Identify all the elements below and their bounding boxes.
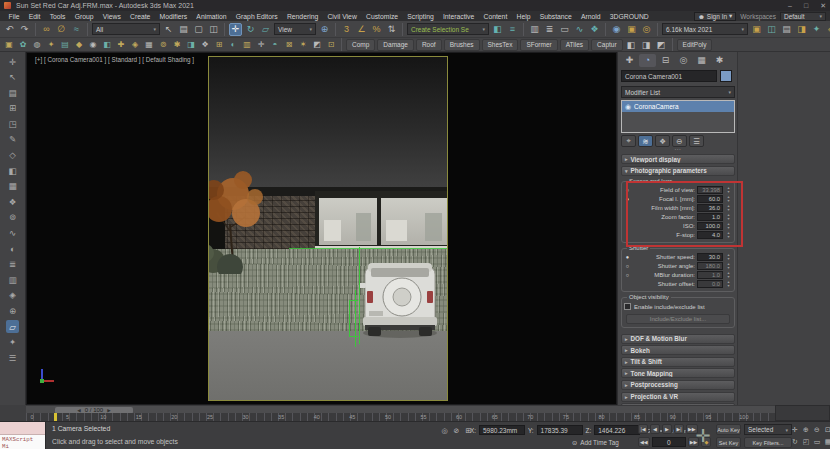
render-preset-dropdown[interactable]: 6.16k Max 2021 ▾ bbox=[662, 23, 748, 35]
rollout-photographic-parameters[interactable]: Photographic parameters bbox=[621, 166, 735, 176]
rollout-header[interactable]: DOF & Motion Blur bbox=[621, 334, 735, 344]
menu-item[interactable]: Graph Editors bbox=[231, 13, 282, 20]
editpoly-button[interactable]: EditPoly bbox=[677, 39, 713, 51]
left-toolbar-icon[interactable]: ◈ bbox=[6, 289, 19, 302]
key-mode-dropdown[interactable]: Selected ▾ bbox=[744, 424, 792, 435]
radio-off-icon[interactable]: ○ bbox=[624, 272, 631, 278]
menu-item[interactable]: Tools bbox=[45, 13, 70, 20]
make-unique-icon[interactable]: ❖ bbox=[655, 135, 670, 147]
selection-filter-dropdown[interactable]: All ▾ bbox=[92, 23, 160, 35]
spinner-snap-icon[interactable]: ⇅ bbox=[385, 23, 398, 36]
zoom-extents-icon[interactable]: ⊡ bbox=[823, 424, 830, 435]
car-model[interactable] bbox=[355, 253, 445, 339]
plugin-icon[interactable]: ✦ bbox=[45, 39, 57, 51]
film-width-value[interactable]: 36.0 bbox=[697, 204, 723, 212]
spinner[interactable] bbox=[725, 186, 732, 194]
plugin-icon[interactable]: ⊡ bbox=[325, 39, 337, 51]
menu-item[interactable]: Edit bbox=[24, 13, 45, 20]
stack-item-selected[interactable]: ◉ CoronaCamera bbox=[622, 101, 734, 112]
object-name-field[interactable]: Corona Camera001 bbox=[621, 70, 717, 82]
sign-in-button[interactable]: ☻ Sign In ▾ bbox=[694, 12, 736, 21]
focal-value[interactable]: 60.0 bbox=[697, 195, 723, 203]
menu-item[interactable]: Create bbox=[125, 13, 155, 20]
spinner[interactable] bbox=[725, 253, 732, 261]
shutter-offset-value[interactable]: 0.0 bbox=[697, 280, 723, 288]
left-toolbar-icon[interactable]: ▦ bbox=[6, 180, 19, 193]
menu-item[interactable]: Scripting bbox=[403, 13, 439, 20]
toolbar-extra-icon[interactable]: ▣ bbox=[750, 23, 763, 36]
set-key-button[interactable]: Set Key bbox=[716, 437, 741, 448]
spinner[interactable] bbox=[725, 222, 732, 230]
plugin-icon[interactable]: ▣ bbox=[3, 39, 15, 51]
tab-modify-icon[interactable]: ◔ bbox=[639, 54, 656, 67]
plugin-icon[interactable]: ⊞ bbox=[213, 39, 225, 51]
left-toolbar-icon[interactable]: ⊚ bbox=[6, 211, 19, 224]
render-frame-window-icon[interactable]: ◎ bbox=[640, 23, 653, 36]
left-toolbar-icon[interactable]: ≣ bbox=[6, 258, 19, 271]
plugin-icon[interactable]: ◨ bbox=[185, 39, 197, 51]
modifier-list-dropdown[interactable]: Modifier List ▾ bbox=[621, 86, 735, 98]
mirror-icon[interactable]: ◧ bbox=[491, 23, 504, 36]
mblur-duration-value[interactable]: 1.0 bbox=[697, 271, 723, 279]
spinner[interactable] bbox=[725, 213, 732, 221]
plugin-icon[interactable]: ✱ bbox=[171, 39, 183, 51]
menu-item[interactable]: 3DGROUND bbox=[605, 13, 653, 20]
select-object-icon[interactable]: ↖ bbox=[162, 23, 175, 36]
zoom-region-icon[interactable]: ◰ bbox=[801, 436, 811, 447]
listener-macro-pane[interactable] bbox=[0, 422, 45, 435]
left-toolbar-icon[interactable]: ▱ bbox=[6, 320, 19, 333]
menu-item[interactable]: Group bbox=[70, 13, 98, 20]
object-color-swatch[interactable] bbox=[720, 70, 732, 82]
menu-item[interactable]: Animation bbox=[192, 13, 231, 20]
plugin-button[interactable]: Brushes bbox=[444, 39, 480, 51]
fov-value[interactable]: 33.398 bbox=[697, 186, 723, 194]
workspace-dropdown[interactable]: Default ▾ bbox=[780, 12, 826, 21]
isolate-selection-icon[interactable]: ◎ bbox=[440, 426, 449, 435]
menu-item[interactable]: Substance bbox=[535, 13, 576, 20]
toolbar-extra-icon[interactable]: ◫ bbox=[765, 23, 778, 36]
left-toolbar-icon[interactable]: ⊞ bbox=[6, 102, 19, 115]
close-icon[interactable]: ✕ bbox=[820, 0, 826, 11]
rollout-header[interactable]: Tilt & Shift bbox=[621, 357, 735, 367]
undo-icon[interactable]: ↶ bbox=[3, 23, 16, 36]
move-tool-icon[interactable]: ✛ bbox=[229, 23, 242, 36]
plugin-button[interactable]: ATiles bbox=[560, 39, 589, 51]
current-frame-field[interactable]: 0 bbox=[652, 437, 686, 447]
radio-on-icon[interactable]: ● bbox=[624, 196, 631, 202]
spinner[interactable] bbox=[725, 231, 732, 239]
left-toolbar-icon[interactable]: ✛ bbox=[6, 55, 19, 68]
pin-stack-icon[interactable]: ⌖ bbox=[621, 135, 636, 147]
plugin-icon[interactable]: ◉ bbox=[87, 39, 99, 51]
left-toolbar-icon[interactable]: ✦ bbox=[6, 336, 19, 349]
plugin-icon[interactable]: ✶ bbox=[297, 39, 309, 51]
shutter-speed-value[interactable]: 30.0 bbox=[697, 253, 723, 261]
viewport-layout-icon[interactable]: ◧ bbox=[625, 38, 638, 51]
checkbox[interactable] bbox=[624, 303, 631, 310]
minimize-icon[interactable]: – bbox=[788, 0, 792, 11]
previous-frame-icon[interactable]: ◀ bbox=[650, 424, 660, 434]
toolbar-extra-icon[interactable]: ◨ bbox=[795, 23, 808, 36]
angle-snap-icon[interactable]: ∠ bbox=[355, 23, 368, 36]
fstop-value[interactable]: 4.0 bbox=[697, 231, 723, 239]
go-to-start-icon[interactable]: |◀ bbox=[638, 424, 648, 434]
show-end-result-icon[interactable]: ≋ bbox=[638, 135, 653, 147]
layer-manager-icon[interactable]: ≣ bbox=[543, 23, 556, 36]
tab-hierarchy-icon[interactable]: ⊟ bbox=[657, 54, 674, 67]
schematic-view-icon[interactable]: ❖ bbox=[588, 23, 601, 36]
left-toolbar-icon[interactable]: ◐ bbox=[6, 242, 19, 255]
viewport-layout-icon[interactable]: ◩ bbox=[655, 38, 668, 51]
left-toolbar-icon[interactable]: ☰ bbox=[6, 351, 19, 364]
menu-item[interactable]: Content bbox=[479, 13, 512, 20]
left-toolbar-icon[interactable]: ▥ bbox=[6, 273, 19, 286]
spinner[interactable] bbox=[725, 195, 732, 203]
menu-item[interactable]: Civil View bbox=[323, 13, 362, 20]
reference-coordinate-dropdown[interactable]: View ▾ bbox=[274, 23, 316, 35]
plugin-icon[interactable]: ◓ bbox=[269, 39, 281, 51]
ribbon-toggle-icon[interactable]: ▭ bbox=[558, 23, 571, 36]
transform-gizmo-toggle-icon[interactable]: ✛ bbox=[692, 424, 714, 448]
window-crossing-icon[interactable]: ◫ bbox=[207, 23, 220, 36]
radio-off-icon[interactable]: ○ bbox=[624, 263, 631, 269]
zoom-out-icon[interactable]: ⊖ bbox=[812, 424, 822, 435]
orbit-view-icon[interactable]: ↻ bbox=[790, 436, 800, 447]
iso-value[interactable]: 100.0 bbox=[697, 222, 723, 230]
